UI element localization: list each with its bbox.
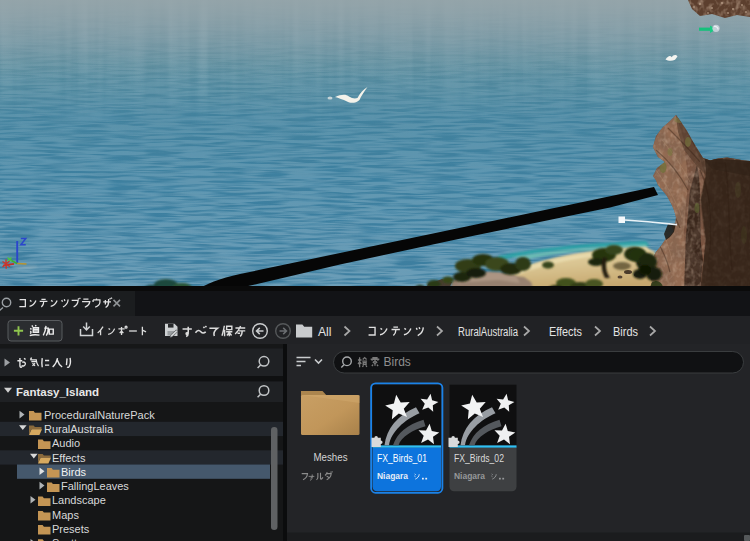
svg-text:Landscape: Landscape [52, 494, 106, 506]
svg-text:Niagara: Niagara [377, 471, 409, 481]
svg-text:All: All [318, 325, 332, 339]
svg-text:Birds: Birds [61, 466, 87, 478]
svg-text:RuralAustralia: RuralAustralia [44, 423, 114, 435]
svg-text:ProceduralNaturePack: ProceduralNaturePack [44, 409, 155, 421]
svg-text:Birds: Birds [613, 325, 638, 339]
svg-text:Birds: Birds [384, 355, 411, 369]
svg-text:FX_Birds_01: FX_Birds_01 [377, 453, 427, 464]
svg-text:FallingLeaves: FallingLeaves [61, 480, 129, 492]
svg-text:Maps: Maps [52, 509, 79, 521]
svg-text:Niagara: Niagara [454, 471, 486, 481]
svg-text:Presets: Presets [52, 523, 90, 535]
svg-text:Scatter: Scatter [52, 537, 87, 541]
svg-text:FX_Birds_02: FX_Birds_02 [454, 453, 504, 464]
svg-text:Meshes: Meshes [314, 451, 348, 463]
svg-text:RuralAustralia: RuralAustralia [458, 325, 518, 339]
svg-text:Audio: Audio [52, 437, 80, 449]
svg-text:Effects: Effects [52, 452, 86, 464]
svg-text:Fantasy_Island: Fantasy_Island [16, 386, 99, 398]
svg-text:Effects: Effects [549, 325, 582, 339]
